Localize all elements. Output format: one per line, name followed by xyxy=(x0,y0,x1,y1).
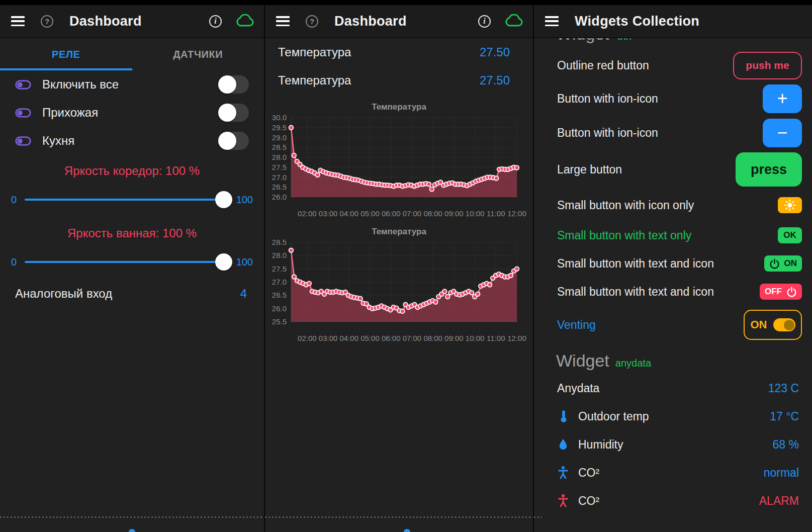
svg-text:03:00: 03:00 xyxy=(319,334,338,342)
widget-row: VentingON xyxy=(534,306,812,344)
widget-label: Button with ion-icon xyxy=(557,92,658,106)
chart-title: Температура xyxy=(265,101,533,114)
svg-text:04:00: 04:00 xyxy=(340,334,359,342)
bottom-dotted-divider xyxy=(534,516,542,518)
ok-button[interactable]: OK xyxy=(778,227,802,243)
data-row: CO²normal xyxy=(534,459,812,487)
slider-min: 0 xyxy=(11,194,17,206)
chart-title: Температура xyxy=(265,225,533,238)
switch-control[interactable] xyxy=(220,132,249,150)
widget-row: Small button with icon only xyxy=(534,189,812,221)
svg-text:03:00: 03:00 xyxy=(319,209,338,218)
press-button[interactable]: press xyxy=(736,152,802,187)
svg-text:27.0: 27.0 xyxy=(272,278,287,286)
partial-bottom-widget xyxy=(129,529,135,532)
widget-label: Button with ion-icon xyxy=(557,126,658,140)
info-icon[interactable]: i xyxy=(478,15,491,28)
widget-label: Small button with text and icon xyxy=(557,257,714,271)
widget-row: Large buttonpress xyxy=(534,150,812,189)
widget-label: Large button xyxy=(557,163,622,176)
power-icon xyxy=(786,287,797,297)
anydata-list: Anydata123 COutdoor temp17 °CHumidity68 … xyxy=(534,374,812,515)
increment-button[interactable]: + xyxy=(763,84,802,113)
light-button[interactable] xyxy=(778,197,802,213)
on-button[interactable]: ON xyxy=(764,255,802,272)
help-icon[interactable]: ? xyxy=(41,15,53,28)
menu-icon[interactable] xyxy=(11,16,25,26)
info-icon[interactable]: i xyxy=(209,15,222,28)
menu-icon[interactable] xyxy=(276,16,290,26)
reading-row: Температура27.50 xyxy=(265,66,533,95)
charts-dashboard-panel: ? Dashboard i Температура27.50Температур… xyxy=(265,5,534,532)
tab-datchiki[interactable]: ДАТЧИКИ xyxy=(132,38,264,70)
menu-icon[interactable] xyxy=(545,16,559,26)
svg-text:28.0: 28.0 xyxy=(272,251,287,259)
reading-label: Температура xyxy=(278,73,351,87)
slider-knob[interactable] xyxy=(215,191,232,208)
switch-control[interactable] xyxy=(220,104,249,122)
widget-label: Small button with icon only xyxy=(557,199,694,212)
data-label: CO² xyxy=(578,494,759,508)
switch-row: Кухня xyxy=(0,127,264,155)
section-heading-anydata: Widget anydata xyxy=(534,351,812,374)
off-button[interactable]: OFF xyxy=(760,284,802,300)
svg-text:06:00: 06:00 xyxy=(382,334,401,342)
toggle-switch[interactable] xyxy=(773,318,795,331)
power-icon xyxy=(769,258,780,269)
svg-text:28.5: 28.5 xyxy=(272,143,287,151)
decrement-button[interactable]: − xyxy=(763,119,802,147)
reading-value: 27.50 xyxy=(480,73,510,87)
reading-row: Температура27.50 xyxy=(265,38,533,66)
slider-track[interactable] xyxy=(25,199,230,201)
data-value: 123 C xyxy=(768,382,799,395)
switch-control[interactable] xyxy=(220,75,249,94)
svg-text:10:00: 10:00 xyxy=(466,334,485,342)
svg-text:26.0: 26.0 xyxy=(272,193,287,201)
svg-text:05:00: 05:00 xyxy=(360,334,380,342)
person-icon xyxy=(557,466,574,480)
help-icon[interactable]: ? xyxy=(306,15,318,28)
page-title: Dashboard xyxy=(69,14,142,29)
widget-row: Outline red buttonpush me xyxy=(534,49,812,81)
clipped-section-heading: Widget btn xyxy=(534,38,812,49)
venting-toggle[interactable]: ON xyxy=(744,310,802,340)
widget-label: Small button with text and icon xyxy=(557,285,714,299)
svg-text:11:00: 11:00 xyxy=(487,209,505,218)
widget-button-list: Outline red buttonpush meButton with ion… xyxy=(534,49,812,344)
svg-text:28.0: 28.0 xyxy=(272,153,287,161)
temperature-readings: Температура27.50Температура27.50 xyxy=(265,38,533,95)
appbar-relay: ? Dashboard i xyxy=(0,5,264,38)
data-value: ALARM xyxy=(759,494,799,508)
data-value: normal xyxy=(764,466,799,480)
svg-text:12:00: 12:00 xyxy=(507,334,526,342)
slider-track[interactable] xyxy=(25,261,230,263)
section-title: Widget xyxy=(556,351,609,371)
toggle-icon xyxy=(15,108,31,118)
droplet-icon xyxy=(557,438,574,451)
svg-text:12:00: 12:00 xyxy=(507,209,526,218)
toggle-knob xyxy=(784,320,794,330)
tab-rele[interactable]: РЕЛЕ xyxy=(0,38,132,70)
svg-text:08:00: 08:00 xyxy=(423,209,442,218)
section-title: Widget xyxy=(556,38,609,43)
slider-corridor: 0 100 xyxy=(0,182,264,217)
switch-knob xyxy=(218,104,236,122)
slider-label-corridor: Яркость коредор: 100 % xyxy=(0,160,264,182)
panels-container: ? Dashboard i РЕЛЕ ДАТЧИКИ Включить всеП… xyxy=(0,5,812,532)
svg-text:02:00: 02:00 xyxy=(298,334,317,342)
section-tag: btn xyxy=(617,38,631,42)
svg-text:27.0: 27.0 xyxy=(272,173,287,182)
button-label: ON xyxy=(784,258,797,269)
data-label: Anydata xyxy=(557,382,768,395)
app-screen: ? Dashboard i РЕЛЕ ДАТЧИКИ Включить всеП… xyxy=(0,0,812,532)
bottom-dotted-divider xyxy=(265,516,533,518)
slider-max: 100 xyxy=(236,256,253,268)
analog-input-row: Аналоговый вход 4 xyxy=(0,280,264,308)
slider-knob[interactable] xyxy=(215,253,232,271)
section-tag: anydata xyxy=(615,358,651,369)
svg-text:09:00: 09:00 xyxy=(444,209,464,218)
push-me-button[interactable]: push me xyxy=(733,52,802,79)
svg-text:07:00: 07:00 xyxy=(403,334,422,342)
analog-value: 4 xyxy=(240,287,247,301)
svg-text:04:00: 04:00 xyxy=(340,209,359,218)
